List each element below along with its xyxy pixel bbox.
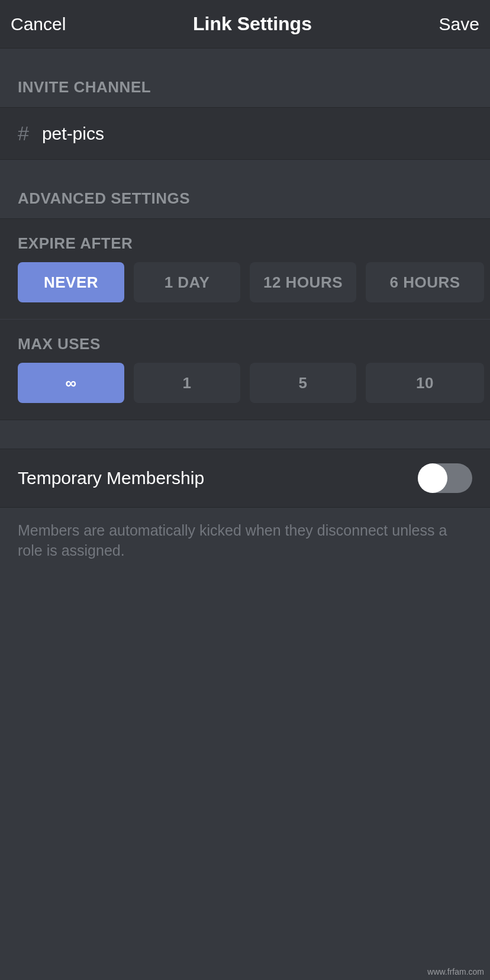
expire-option-1day[interactable]: 1 DAY xyxy=(134,262,240,302)
toggle-knob xyxy=(418,463,447,493)
watermark: www.frfam.com xyxy=(427,967,484,976)
expire-option-never[interactable]: NEVER xyxy=(18,262,124,302)
max-uses-options: ∞ 1 5 10 xyxy=(0,363,490,403)
page-title: Link Settings xyxy=(193,13,312,35)
temporary-membership-toggle[interactable] xyxy=(418,463,472,493)
max-uses-option-infinite[interactable]: ∞ xyxy=(18,363,124,403)
max-uses-option-5[interactable]: 5 xyxy=(250,363,356,403)
max-uses-label: MAX USES xyxy=(0,320,490,363)
invite-channel-header: INVITE CHANNEL xyxy=(0,49,490,107)
temporary-membership-row: Temporary Membership xyxy=(0,449,490,508)
invite-channel-name: pet-pics xyxy=(42,124,104,144)
expire-option-12hours[interactable]: 12 HOURS xyxy=(250,262,356,302)
max-uses-option-10[interactable]: 10 xyxy=(366,363,484,403)
expire-option-6hours[interactable]: 6 HOURS xyxy=(366,262,484,302)
advanced-settings-header: ADVANCED SETTINGS xyxy=(0,160,490,218)
max-uses-option-1[interactable]: 1 xyxy=(134,363,240,403)
expire-after-label: EXPIRE AFTER xyxy=(0,219,490,262)
save-button[interactable]: Save xyxy=(439,14,479,34)
header-bar: Cancel Link Settings Save xyxy=(0,0,490,49)
expire-after-options: NEVER 1 DAY 12 HOURS 6 HOURS xyxy=(0,262,490,302)
advanced-settings-block: EXPIRE AFTER NEVER 1 DAY 12 HOURS 6 HOUR… xyxy=(0,218,490,420)
temporary-membership-help: Members are automatically kicked when th… xyxy=(0,508,490,574)
invite-channel-row[interactable]: # pet-pics xyxy=(0,107,490,160)
hash-icon: # xyxy=(18,122,29,145)
temporary-membership-label: Temporary Membership xyxy=(18,468,204,488)
cancel-button[interactable]: Cancel xyxy=(11,14,66,34)
